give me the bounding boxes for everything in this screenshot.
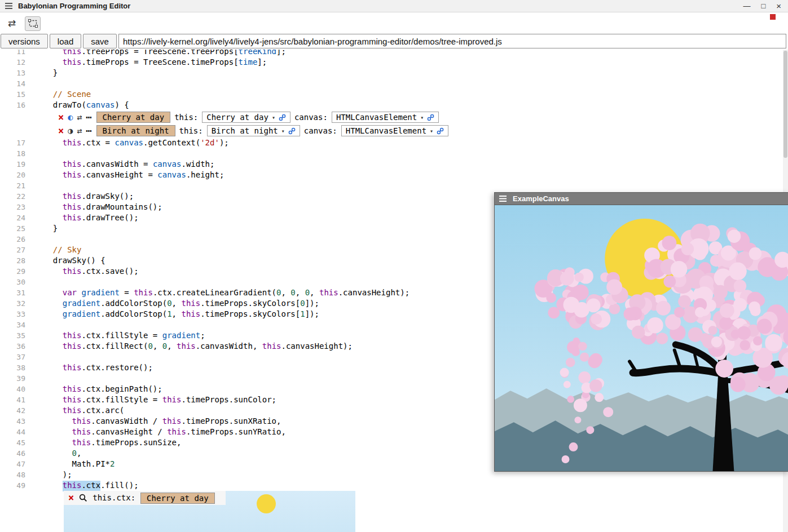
example-swap-button[interactable]: ⇄ [77,113,82,122]
example-activation-toggle[interactable]: ◑ [68,127,73,135]
example-row: ×◐⇄⋯Cherry at daythis:Cherry at day▾canv… [0,110,788,124]
code-line[interactable]: this.timeProps = TreeScene.timeProps[tim… [31,57,267,68]
example-canvas-title: ExampleCanvas [513,194,569,203]
example-menu-button[interactable]: ⋯ [86,113,92,122]
code-row: 11 this.treeProps = TreeScene.treeProps[… [0,50,788,57]
code-line[interactable]: this.ctx.beginPath(); [31,384,162,394]
example-swap-button[interactable]: ⇄ [77,127,82,135]
code-line[interactable]: this.canvasHeight / this.timeProps.sunYR… [31,427,286,437]
line-number: 31 [0,287,31,298]
example-canvas-window[interactable]: ExampleCanvas [494,192,788,472]
example-canvas-dropdown[interactable]: HTMLCanvasElement▾ [332,112,439,123]
probe-delete-button[interactable]: × [68,493,74,503]
probe-widget: ×this.ctx:Cherry at day [64,491,226,505]
code-line[interactable]: var gradient = this.ctx.createLinearGrad… [31,287,410,298]
blossom [606,279,622,295]
example-delete-button[interactable]: × [58,113,64,122]
code-line[interactable]: this.ctx.fillRect(0, 0, this.canvasWidth… [31,341,353,352]
example-name-badge[interactable]: Birch at night [96,125,175,136]
code-line[interactable]: this.drawMountains(); [31,202,162,212]
code-line[interactable] [31,320,43,330]
blossom [695,307,705,317]
code-line[interactable]: this.canvasWidth / this.timeProps.sunXRa… [31,416,281,427]
code-row: 14 [0,78,788,89]
code-line[interactable]: this.treeProps = TreeScene.treeProps[tre… [31,50,286,57]
probe-example-badge[interactable]: Cherry at day [140,493,215,504]
load-button[interactable]: load [50,34,81,48]
code-line[interactable]: } [31,223,58,234]
code-line[interactable] [31,234,43,245]
example-canvas-titlebar[interactable]: ExampleCanvas [495,193,788,205]
example-this-label: this: [174,113,198,122]
code-line[interactable] [31,78,43,89]
code-line[interactable]: this.ctx.fill(); [31,480,139,491]
code-line[interactable]: this.timeProps.sunSize, [31,437,181,448]
code-line[interactable]: this.ctx = canvas.getContext('2d'); [31,138,229,148]
link-icon[interactable] [437,127,444,135]
example-canvas-dropdown[interactable]: HTMLCanvasElement▾ [341,125,448,136]
example-menu-button[interactable]: ⋯ [86,126,92,136]
blossom [589,379,602,392]
code-line[interactable]: this.ctx.restore(); [31,362,153,373]
link-icon[interactable] [288,127,296,135]
code-line[interactable] [31,373,43,384]
select-extent-button[interactable] [25,16,41,31]
code-line[interactable] [31,148,43,159]
example-canvas-value: HTMLCanvasElement [336,113,417,122]
scrollbar-thumb[interactable] [783,51,787,158]
blossom [662,236,677,250]
save-button[interactable]: save [83,34,117,48]
code-line[interactable]: // Scene [31,89,91,100]
example-name-badge[interactable]: Cherry at day [96,112,171,123]
code-row: 21 [0,180,788,191]
code-line[interactable]: gradient.addColorStop(1, this.timeProps.… [31,309,319,320]
window-menu-icon[interactable] [5,3,12,9]
blossom [574,273,584,282]
example-delete-button[interactable]: × [58,126,64,136]
example-this-dropdown[interactable]: Cherry at day▾ [202,112,290,123]
code-line[interactable]: gradient.addColorStop(0, this.timeProps.… [31,298,319,309]
code-line[interactable]: Math.PI*2 [31,459,115,469]
code-line[interactable]: } [31,68,58,78]
blossom [671,261,687,278]
file-url-input[interactable] [118,34,786,48]
example-canvas-menu-icon[interactable] [499,196,507,202]
code-line[interactable]: drawSky() { [31,255,105,266]
blossom [739,340,750,351]
magnifier-icon[interactable] [79,494,87,502]
maximize-button[interactable]: □ [761,2,765,10]
minimize-button[interactable]: — [743,2,750,10]
code-line[interactable]: this.ctx.save(); [31,266,139,277]
code-line[interactable]: this.drawSky(); [31,191,134,202]
code-row: 18 [0,148,788,159]
code-line[interactable]: this.drawTree(); [31,212,139,223]
code-line[interactable]: this.ctx.fillStyle = gradient; [31,330,205,341]
line-number: 24 [0,212,31,223]
code-line[interactable]: this.ctx.fillStyle = this.timeProps.sunC… [31,394,276,405]
blossom [562,455,570,463]
code-line[interactable]: // Sky [31,245,81,255]
code-line[interactable]: this.canvasHeight = canvas.height; [31,170,224,180]
code-line[interactable]: drawTo(canvas) { [31,100,129,110]
line-number: 11 [0,50,31,57]
line-number: 18 [0,148,31,159]
example-this-label: this: [179,126,203,135]
link-icon[interactable] [427,114,434,121]
code-line[interactable]: ); [31,469,72,480]
blossom [589,353,602,366]
code-line[interactable]: 0, [31,448,81,459]
example-this-dropdown[interactable]: Birch at night▾ [207,125,300,136]
code-line[interactable] [31,352,43,362]
blossom [729,263,746,281]
example-this-value: Birch at night [212,126,278,135]
swap-arrows-button[interactable]: ⇄ [4,16,20,31]
example-activation-toggle[interactable]: ◐ [68,113,73,122]
versions-button[interactable]: versions [1,34,48,48]
code-line[interactable] [31,180,43,191]
code-line[interactable] [31,277,43,287]
code-line[interactable]: this.canvasWidth = canvas.width; [31,159,214,170]
code-line[interactable]: this.ctx.arc( [31,405,124,416]
link-icon[interactable] [279,114,286,121]
close-button[interactable]: × [776,2,781,10]
blossom [753,336,763,346]
